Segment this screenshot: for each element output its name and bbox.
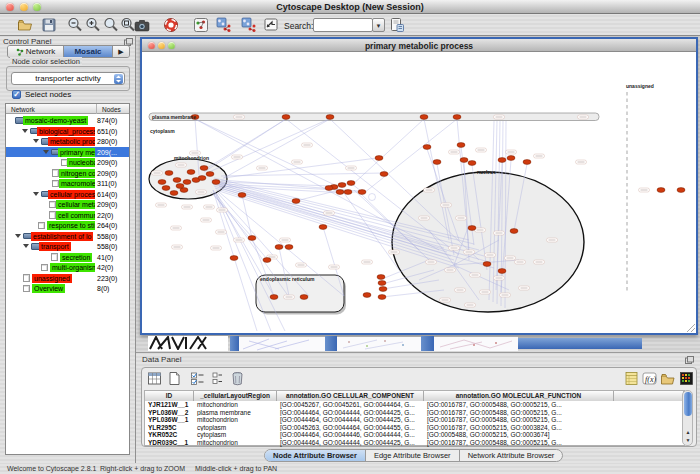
tree-row[interactable]: transport558(0) [6, 241, 129, 252]
tree-expand-arrow-icon[interactable] [23, 244, 29, 248]
tree-row[interactable]: response to stimulu264(0) [6, 220, 129, 231]
grid-icon[interactable] [193, 17, 209, 33]
select-nodes-checkbox[interactable]: ✓ [12, 90, 21, 99]
table-row[interactable]: YPL036W__2plasma membrane[GO:0044464, GO… [145, 409, 684, 417]
table-mode-icon[interactable] [147, 371, 162, 386]
tree-row[interactable]: metabolic process280(0) [6, 136, 129, 147]
graph-node[interactable] [510, 229, 518, 234]
graph-node[interactable] [420, 115, 428, 120]
tree-expand-arrow-icon[interactable] [15, 234, 21, 238]
tree-expand-arrow-icon[interactable] [22, 129, 28, 133]
graph-node[interactable] [363, 293, 371, 298]
graph-node[interactable] [275, 245, 283, 250]
tab-node-attribute-browser[interactable]: Node Attribute Browser [265, 450, 366, 461]
search-input[interactable] [313, 18, 373, 32]
graph-node[interactable] [336, 190, 344, 195]
tree-header[interactable]: Network Nodes [6, 104, 129, 114]
tree-row[interactable]: establishment of lo558(0) [6, 231, 129, 242]
zoom-in-icon[interactable] [85, 17, 101, 33]
graph-node[interactable] [300, 295, 308, 300]
tree-row[interactable]: cellular metabo209(0) [6, 199, 129, 210]
tree-row[interactable]: primary metabol209(... [6, 147, 129, 158]
graph-node[interactable] [158, 180, 166, 185]
tree-row[interactable]: mosaic-demo-yeast874(0) [6, 115, 129, 126]
annotation-import-icon[interactable] [263, 17, 279, 33]
tree-row[interactable]: unassigned223(0) [6, 273, 129, 284]
network-view-window[interactable]: primary metabolic process plasma membran… [140, 37, 698, 335]
graph-node[interactable] [423, 145, 431, 150]
tree-row[interactable]: Overview8(0) [6, 283, 129, 294]
graph-node[interactable] [498, 269, 506, 274]
tree-row[interactable]: cell communicat22(0) [6, 210, 129, 221]
graph-node[interactable] [162, 186, 170, 191]
graph-node[interactable] [378, 281, 386, 286]
scroll-down-button[interactable]: ▼ [684, 436, 692, 444]
graph-node[interactable] [375, 156, 383, 161]
graph-node[interactable] [170, 191, 178, 196]
table-header-cell[interactable]: annotation.GO CELLULAR_COMPONENT [277, 391, 424, 401]
window-resize-grip[interactable] [687, 324, 695, 332]
graph-node[interactable] [183, 180, 191, 185]
graph-node[interactable] [198, 176, 206, 181]
graph-node[interactable] [380, 172, 388, 177]
attribute-table[interactable]: ID_cellularLayoutRegionannotation.GO CEL… [144, 390, 685, 446]
search-index-icon[interactable] [389, 17, 405, 33]
tree-expand-arrow-icon[interactable] [33, 139, 39, 143]
graph-node[interactable] [347, 181, 355, 186]
scroll-up-button[interactable]: ▲ [684, 428, 692, 436]
search-dropdown-arrow[interactable]: ▼ [372, 18, 385, 32]
graph-node[interactable] [212, 180, 220, 185]
graph-node[interactable] [460, 158, 468, 163]
graph-node[interactable] [358, 190, 366, 195]
table-row[interactable]: YPL036W__1mitochondrion[GO:0044464, GO:0… [145, 416, 684, 424]
graph-node[interactable] [325, 186, 333, 191]
background-window-2-border[interactable] [230, 336, 239, 351]
graph-node[interactable] [176, 184, 184, 189]
graph-node[interactable] [165, 171, 173, 176]
graph-node[interactable] [263, 258, 271, 263]
zoom-out-icon[interactable] [67, 17, 83, 33]
background-window-2[interactable] [239, 336, 325, 351]
graph-node[interactable] [657, 188, 665, 193]
graph-node[interactable] [270, 295, 278, 300]
network-overlay-1-icon[interactable] [216, 17, 232, 33]
tab-network[interactable]: Network [8, 46, 64, 57]
heatmap-icon[interactable] [679, 371, 694, 386]
table-header-cell[interactable]: annotation.GO MOLECULAR_FUNCTION [424, 391, 614, 401]
table-header-cell[interactable] [614, 391, 684, 401]
background-window-4[interactable] [434, 336, 518, 351]
graph-node[interactable] [457, 143, 465, 148]
graph-node[interactable] [344, 190, 352, 195]
background-window-5-border[interactable] [518, 338, 642, 349]
tree-row[interactable]: macromolecule m311(0) [6, 178, 129, 189]
graph-node[interactable] [200, 166, 208, 171]
graph-node[interactable] [378, 295, 386, 300]
zoom-selected-icon[interactable] [103, 17, 119, 33]
table-row[interactable]: YDR039C__1mitochondrion[GO:0044464, GO:0… [145, 439, 684, 447]
background-window-1[interactable] [148, 336, 228, 351]
graph-node[interactable] [173, 178, 181, 183]
tree-row[interactable]: biological_process651(0) [6, 126, 129, 137]
graph-node[interactable] [498, 158, 506, 163]
graph-node[interactable] [677, 188, 685, 193]
table-row[interactable]: YJR121W__1mitochondrion[GO:0045267, GO:0… [145, 401, 684, 409]
network-window-titlebar[interactable]: primary metabolic process [142, 39, 696, 52]
graph-node[interactable] [319, 225, 327, 230]
data-panel-float-icon[interactable] [685, 356, 694, 364]
formula-icon[interactable]: f(x) [642, 371, 657, 386]
node-color-dropdown[interactable]: transporter activity [11, 72, 125, 85]
graph-node[interactable] [282, 115, 290, 120]
graph-node[interactable] [338, 183, 346, 188]
help-icon[interactable] [163, 17, 179, 33]
network-canvas[interactable]: plasma membranecytoplasmmitochondrionnuc… [142, 52, 696, 333]
graph-node[interactable] [453, 115, 461, 120]
graph-node[interactable] [468, 161, 476, 166]
graph-node[interactable] [377, 275, 385, 280]
tree-row[interactable]: nucleobase-con209(0) [6, 157, 129, 168]
graph-node[interactable] [187, 170, 195, 175]
graph-node[interactable] [230, 256, 238, 261]
tab-network-attribute-browser[interactable]: Network Attribute Browser [460, 450, 563, 461]
table-header-cell[interactable]: _cellularLayoutRegion [194, 391, 277, 401]
select-attributes-icon[interactable] [190, 371, 205, 386]
tree-expand-arrow-icon[interactable] [33, 192, 39, 196]
